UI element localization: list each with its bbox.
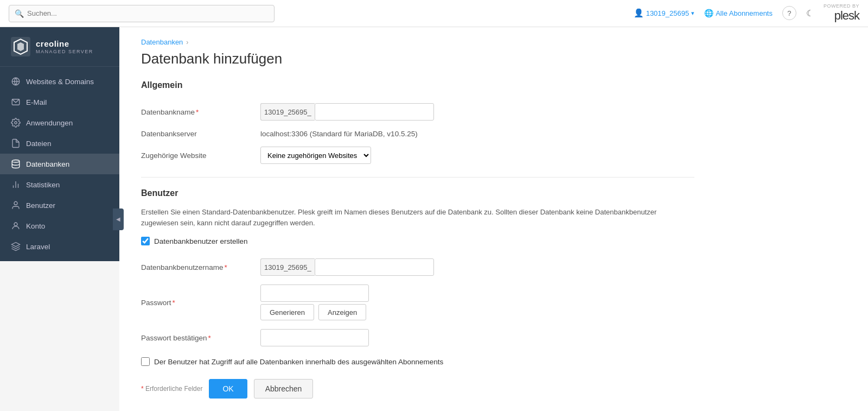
- sidebar-nav: Websites & Domains E-Mail Anwe: [0, 67, 119, 261]
- db-username-input[interactable]: [315, 258, 434, 276]
- db-username-prefix: 13019_25695_: [260, 258, 315, 276]
- db-name-row: Datenbankname* 13019_25695_: [141, 99, 694, 125]
- sidebar-item-applications[interactable]: Anwendungen: [0, 112, 119, 133]
- create-user-checkbox[interactable]: [141, 237, 150, 245]
- sidebar-label-laravel: Laravel: [26, 243, 50, 251]
- theme-toggle[interactable]: ☾: [806, 8, 814, 18]
- svg-point-12: [14, 223, 17, 226]
- cancel-button[interactable]: Abbrechen: [254, 379, 314, 399]
- gear-nav-icon: [11, 118, 21, 128]
- search-icon: 🔍: [15, 9, 24, 18]
- db-website-label: Zugehörige Website: [141, 142, 260, 168]
- website-select[interactable]: Keine zugehörigen Websites: [260, 147, 371, 164]
- sidebar-logo-text: creoline MANAGED SERVER: [36, 39, 93, 55]
- sidebar-item-account[interactable]: Konto: [0, 216, 119, 236]
- db-name-input[interactable]: [315, 103, 434, 121]
- benutzer-description: Erstellen Sie einen Standard-Datenbankbe…: [141, 207, 694, 228]
- svg-marker-2: [17, 42, 24, 51]
- required-note: * Erforderliche Felder: [141, 385, 202, 393]
- sidebar-label-websites: Websites & Domains: [26, 78, 94, 86]
- section-divider: [141, 177, 694, 178]
- sidebar-label-users: Benutzer: [26, 201, 55, 210]
- all-dbs-checkbox[interactable]: [141, 357, 150, 366]
- password-cell: Generieren Anzeigen: [260, 280, 694, 325]
- db-name-label: Datenbankname*: [141, 99, 260, 125]
- sidebar-item-databases[interactable]: Datenbanken: [0, 154, 119, 174]
- sidebar-label-email: E-Mail: [26, 98, 47, 106]
- user-menu[interactable]: 👤 13019_25695 ▾: [634, 8, 695, 18]
- svg-point-11: [14, 201, 17, 205]
- search-bar[interactable]: 🔍: [9, 5, 275, 22]
- allgemein-form: Datenbankname* 13019_25695_ Datenbankser…: [141, 99, 694, 168]
- topbar-right: 👤 13019_25695 ▾ 🌐 Alle Abonnements ? ☾ P…: [634, 4, 859, 22]
- password-input[interactable]: [260, 284, 369, 302]
- required-note-text: Erforderliche Felder: [145, 385, 202, 393]
- db-website-cell: Keine zugehörigen Websites: [260, 142, 694, 168]
- section-allgemein-title: Allgemein: [141, 80, 694, 90]
- db-username-label: Datenbankbenutzername*: [141, 254, 260, 280]
- password-row: Passwort* Generieren Anzeigen: [141, 280, 694, 325]
- globe-nav-icon: [11, 77, 21, 86]
- confirm-password-label: Passwort bestätigen*: [141, 325, 260, 351]
- sidebar-label-files: Dateien: [26, 140, 52, 148]
- user-icon: 👤: [634, 8, 644, 18]
- benutzer-form: Datenbankbenutzername* 13019_25695_ Pass…: [141, 254, 694, 351]
- sidebar-item-websites-domains[interactable]: Websites & Domains: [0, 71, 119, 92]
- sidebar-item-email[interactable]: E-Mail: [0, 92, 119, 112]
- chart-nav-icon: [11, 180, 21, 189]
- help-button[interactable]: ?: [782, 6, 796, 20]
- sidebar-label-account: Konto: [26, 222, 45, 230]
- sidebar-label-statistics: Statistiken: [26, 181, 60, 189]
- show-password-button[interactable]: Anzeigen: [318, 304, 366, 320]
- db-name-required-star: *: [196, 108, 199, 116]
- topbar: 🔍 👤 13019_25695 ▾ 🌐 Alle Abonnements ? ☾…: [0, 0, 868, 27]
- password-required-star: *: [173, 299, 175, 307]
- user-nav-icon: [11, 200, 21, 210]
- sidebar-label-applications: Anwendungen: [26, 119, 73, 127]
- sidebar-item-files[interactable]: Dateien: [0, 133, 119, 154]
- form-actions: * Erforderliche Felder OK Abbrechen: [141, 379, 694, 399]
- db-username-field-cell: 13019_25695_: [260, 254, 694, 280]
- sidebar-item-statistics[interactable]: Statistiken: [0, 174, 119, 195]
- ok-button[interactable]: OK: [209, 379, 247, 399]
- confirm-password-input[interactable]: [260, 329, 369, 346]
- account-nav-icon: [11, 221, 21, 231]
- email-nav-icon: [11, 97, 21, 107]
- db-website-row: Zugehörige Website Keine zugehörigen Web…: [141, 142, 694, 168]
- password-actions: Generieren Anzeigen: [260, 304, 694, 320]
- section-benutzer-title: Benutzer: [141, 188, 694, 198]
- sidebar-wrapper: creoline MANAGED SERVER Websites & Domai…: [0, 27, 119, 411]
- page-title: Datenbank hinzufügen: [141, 50, 694, 67]
- collapse-chevron-icon: ◀: [116, 216, 120, 222]
- user-caret-icon: ▾: [691, 10, 694, 17]
- subscriptions-label: Alle Abonnements: [716, 9, 773, 17]
- main-content: Datenbanken › Datenbank hinzufügen Allge…: [119, 27, 868, 411]
- create-user-checkbox-row: Datenbankbenutzer erstellen: [141, 237, 694, 245]
- svg-point-6: [15, 122, 17, 124]
- creoline-logo-icon: [11, 37, 30, 56]
- svg-point-7: [12, 160, 20, 163]
- confirm-password-row: Passwort bestätigen*: [141, 325, 694, 351]
- create-user-label[interactable]: Datenbankbenutzer erstellen: [154, 237, 248, 245]
- db-name-input-group: 13019_25695_: [260, 103, 694, 121]
- db-name-field-cell: 13019_25695_: [260, 99, 694, 125]
- required-star-note: *: [141, 385, 144, 393]
- sidebar-item-laravel[interactable]: Laravel: [0, 236, 119, 257]
- password-label: Passwort*: [141, 280, 260, 325]
- username-required-star: *: [225, 263, 227, 271]
- all-dbs-label[interactable]: Der Benutzer hat Zugriff auf alle Datenb…: [154, 358, 443, 366]
- sidebar-logo: creoline MANAGED SERVER: [0, 27, 119, 67]
- db-server-value: localhost:3306 (Standard für MariaDB, v1…: [260, 125, 694, 142]
- sidebar: creoline MANAGED SERVER Websites & Domai…: [0, 27, 119, 261]
- all-dbs-checkbox-row: Der Benutzer hat Zugriff auf alle Datenb…: [141, 357, 694, 366]
- sidebar-collapse-button[interactable]: ◀: [113, 208, 124, 230]
- sidebar-item-users[interactable]: Benutzer: [0, 195, 119, 216]
- confirm-password-required-star: *: [208, 334, 211, 342]
- db-server-row: Datenbankserver localhost:3306 (Standard…: [141, 125, 694, 142]
- user-label: 13019_25695: [646, 9, 690, 17]
- sidebar-label-databases: Datenbanken: [26, 160, 69, 168]
- subscriptions-menu[interactable]: 🌐 Alle Abonnements: [704, 9, 773, 17]
- generate-password-button[interactable]: Generieren: [260, 304, 314, 320]
- search-input[interactable]: [27, 9, 269, 17]
- breadcrumb-parent-link[interactable]: Datenbanken: [141, 38, 183, 46]
